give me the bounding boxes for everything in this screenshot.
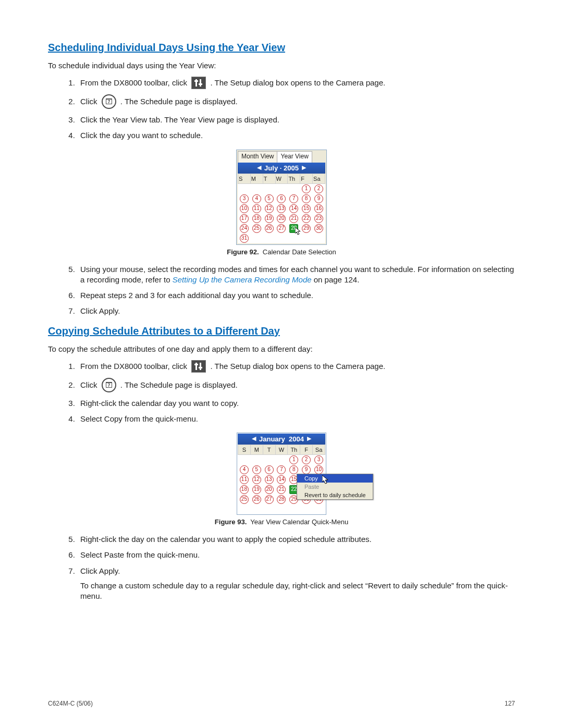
svg-rect-3 <box>199 83 202 85</box>
dow-header: Sa <box>313 174 325 183</box>
calendar-day[interactable]: 3 <box>313 455 325 465</box>
calendar-day[interactable]: 14 <box>275 475 288 485</box>
schedule-icon: 7 <box>102 378 116 392</box>
svg-text:7: 7 <box>107 382 110 388</box>
menu-paste: Paste <box>297 483 373 491</box>
calendar-day[interactable]: 23 <box>313 214 325 224</box>
s2-step5: Right-click the day on the calendar you … <box>77 534 515 545</box>
calendar-day[interactable]: 12 <box>250 475 263 485</box>
calendar-day[interactable]: 5 <box>250 465 263 475</box>
dow-header: M <box>250 445 263 455</box>
calendar-day[interactable]: 26 <box>250 495 263 504</box>
calendar-day[interactable]: 11 <box>250 204 263 214</box>
calendar-day[interactable]: 27 <box>263 495 275 504</box>
setup-icon <box>191 77 206 89</box>
calendar-day[interactable]: 7 <box>275 465 288 475</box>
calendar-day[interactable]: 6 <box>275 194 288 204</box>
calendar-day[interactable]: 5 <box>263 194 275 204</box>
calendar-day[interactable]: 20 <box>263 485 275 495</box>
svg-text:7: 7 <box>107 99 110 104</box>
calendar-day[interactable]: 22 <box>300 214 313 224</box>
cursor-icon <box>322 475 331 486</box>
calendar-day[interactable]: 28 <box>288 224 300 233</box>
svg-rect-10 <box>200 363 201 370</box>
dow-header: M <box>250 174 263 183</box>
calendar-day[interactable]: 11 <box>238 475 251 485</box>
s1-step7: Click Apply. <box>77 306 515 316</box>
page-footer: C624M-C (5/06) 127 <box>48 700 515 707</box>
calendar-day[interactable]: 1 <box>300 183 313 194</box>
calendar-day[interactable]: 8 <box>300 194 313 204</box>
prev-month-icon[interactable]: ◀ <box>257 164 261 172</box>
section2-intro: To copy the schedule attributes of one d… <box>48 344 515 353</box>
calendar-day[interactable]: 25 <box>250 224 263 233</box>
calendar-day[interactable]: 25 <box>238 495 251 504</box>
dow-header: Th <box>288 445 300 455</box>
calendar-day[interactable]: 12 <box>263 204 275 214</box>
calendar-day[interactable]: 1 <box>288 455 300 465</box>
calendar-day[interactable]: 7 <box>288 194 300 204</box>
calendar-day[interactable]: 24 <box>238 224 251 233</box>
calendar-day[interactable]: 6 <box>263 465 275 475</box>
calendar-day[interactable]: 26 <box>263 224 275 233</box>
calendar-day[interactable]: 21 <box>275 485 288 495</box>
calendar-day[interactable]: 18 <box>238 485 251 495</box>
svg-rect-2 <box>200 79 201 87</box>
next-month-icon[interactable]: ▶ <box>302 164 306 172</box>
recording-mode-link[interactable]: Setting Up the Camera Recording Mode <box>173 275 312 284</box>
dow-header: Sa <box>313 445 325 455</box>
calendar-day[interactable]: 17 <box>238 214 251 224</box>
svg-rect-1 <box>194 80 198 82</box>
tab-year-view[interactable]: Year View <box>277 151 312 163</box>
calendar-day[interactable]: 29 <box>300 224 313 233</box>
calendar-day[interactable]: 20 <box>275 214 288 224</box>
dow-header: S <box>238 445 251 455</box>
figure-93: ◀ January 2004 ▶ SMTWThFSa 1234567891011… <box>48 433 515 515</box>
calendar-day[interactable]: 2 <box>313 183 325 194</box>
figure-92: Month View Year View ◀ July · 2005 ▶ SMT… <box>48 150 515 245</box>
s1-step1: From the DX8000 toolbar, click . The Set… <box>77 76 515 90</box>
s2-step7-note: To change a custom schedule day to a reg… <box>80 581 515 602</box>
calendar-day[interactable]: 19 <box>250 485 263 495</box>
section1-steps-part1: From the DX8000 toolbar, click . The Set… <box>48 76 515 141</box>
calendar-day[interactable]: 4 <box>250 194 263 204</box>
calendar-day[interactable]: 30 <box>313 224 325 233</box>
section-heading-1: Scheduling Individual Days Using the Yea… <box>48 42 515 54</box>
calendar-day[interactable]: 2 <box>300 455 313 465</box>
menu-revert[interactable]: Revert to daily schedule <box>297 491 373 499</box>
calendar-day[interactable]: 4 <box>238 465 251 475</box>
s2-step6: Select Paste from the quick-menu. <box>77 550 515 560</box>
s2-step7: Click Apply. To change a custom schedule… <box>77 566 515 602</box>
calendar-day[interactable]: 27 <box>275 224 288 233</box>
calendar-day[interactable]: 10 <box>238 204 251 214</box>
s1-step2: Click 7 . The Schedule page is displayed… <box>77 95 515 109</box>
next-month-icon[interactable]: ▶ <box>307 435 311 443</box>
section-heading-2: Copying Schedule Attributes to a Differe… <box>48 325 515 337</box>
calendar-day[interactable]: 31 <box>238 233 251 243</box>
calendar-day[interactable]: 16 <box>313 204 325 214</box>
calendar-day[interactable]: 28 <box>275 495 288 504</box>
s1-step6: Repeat steps 2 and 3 for each additional… <box>77 290 515 301</box>
s2-step3: Right-click the calendar day you want to… <box>77 398 515 409</box>
s1-step4: Click the day you want to schedule. <box>77 130 515 141</box>
calendar-day[interactable]: 14 <box>288 204 300 214</box>
calendar-day[interactable]: 9 <box>313 194 325 204</box>
prev-month-icon[interactable]: ◀ <box>252 435 256 443</box>
context-menu[interactable]: Copy Paste Revert to daily schedule <box>297 474 373 500</box>
dow-header: T <box>263 174 275 183</box>
calendar-day[interactable]: 13 <box>263 475 275 485</box>
calendar-day[interactable]: 19 <box>263 214 275 224</box>
section1-steps-part2: Using your mouse, select the recording m… <box>48 264 515 317</box>
calendar-day[interactable]: 3 <box>238 194 251 204</box>
tab-month-view[interactable]: Month View <box>238 151 277 163</box>
calendar-day[interactable]: 13 <box>275 204 288 214</box>
calendar-day[interactable]: 15 <box>300 204 313 214</box>
calendar1-grid[interactable]: SMTWThFSa 123456789101112131415161718192… <box>238 174 325 243</box>
figure-93-caption: Figure 93. Year View Calendar Quick-Menu <box>48 518 515 526</box>
s2-step2: Click 7 . The Schedule page is displayed… <box>77 378 515 393</box>
calendar-day[interactable]: 18 <box>250 214 263 224</box>
menu-copy[interactable]: Copy <box>297 474 373 483</box>
calendar-day[interactable]: 21 <box>288 214 300 224</box>
dow-header: T <box>263 445 275 455</box>
dow-header: W <box>275 174 288 183</box>
